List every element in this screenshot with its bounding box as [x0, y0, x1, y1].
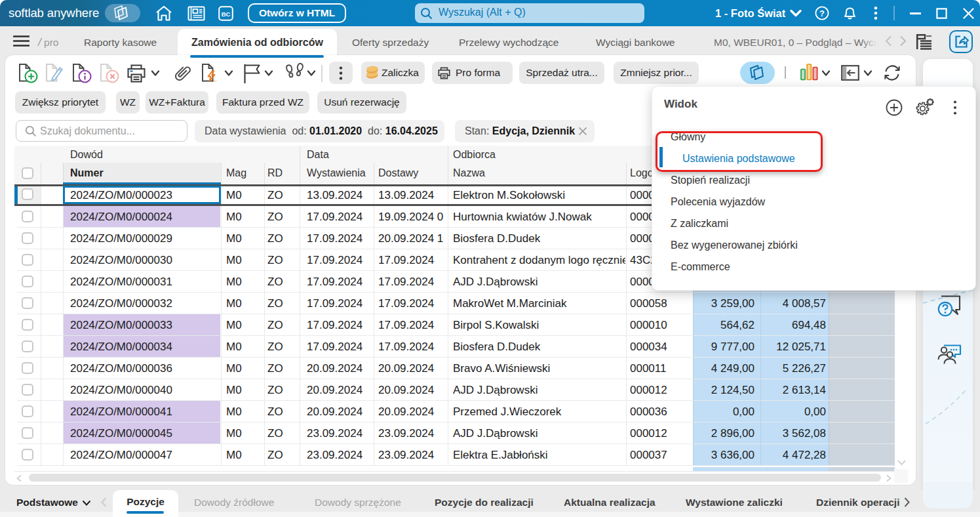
svg-text:BC: BC	[222, 10, 231, 18]
svg-text:?: ?	[819, 9, 825, 18]
